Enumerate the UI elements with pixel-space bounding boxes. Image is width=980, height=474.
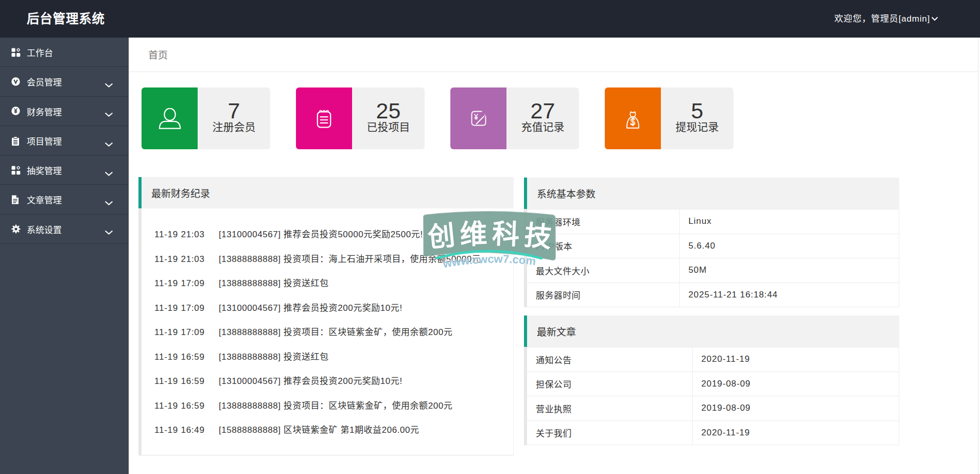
svg-text:$: $ <box>631 116 636 127</box>
svg-text:www.cwcw7.com: www.cwcw7.com <box>442 252 537 270</box>
